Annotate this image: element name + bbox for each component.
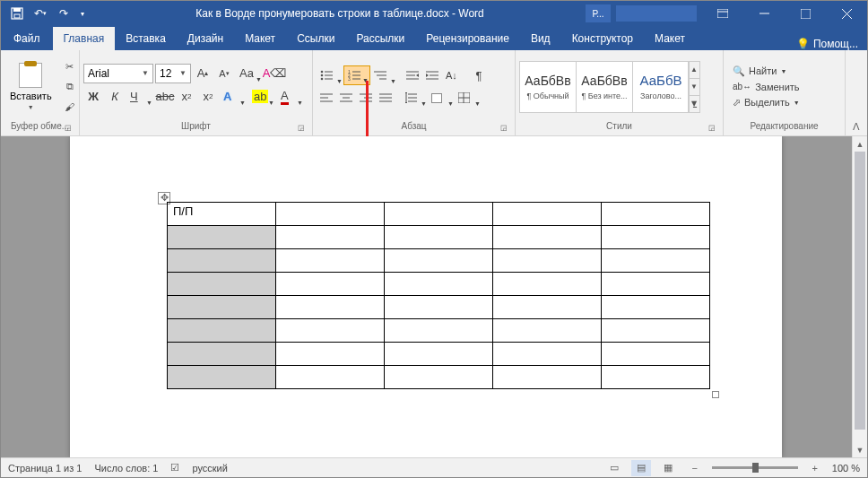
table-cell-selected[interactable] — [168, 366, 276, 389]
table-cell[interactable] — [385, 343, 493, 366]
scroll-down-button[interactable]: ▼ — [853, 442, 867, 457]
table-cell-selected[interactable] — [168, 296, 276, 319]
page-number-status[interactable]: Страница 1 из 1 — [8, 463, 82, 474]
bold-button[interactable]: Ж — [83, 87, 103, 107]
clear-formatting-button[interactable]: A⌫ — [265, 64, 284, 83]
shading-button[interactable]: ▼ — [428, 88, 455, 108]
table-cell[interactable] — [602, 319, 710, 343]
font-size-combo[interactable]: 12▼ — [155, 64, 191, 83]
paragraph-dialog-launcher[interactable]: ◲ — [499, 124, 509, 135]
redo-button[interactable]: ↷ — [53, 3, 74, 24]
table-cell[interactable] — [276, 226, 385, 249]
zoom-in-button[interactable]: + — [805, 460, 825, 476]
spellcheck-icon[interactable]: ☑ — [170, 462, 179, 474]
table-cell[interactable] — [276, 343, 385, 366]
document-table[interactable]: П/П — [167, 202, 710, 389]
bullets-button[interactable]: ▼ — [317, 65, 343, 85]
scroll-up-button[interactable]: ▲ — [853, 136, 867, 152]
table-cell[interactable] — [493, 273, 602, 296]
tab-table-layout[interactable]: Макет — [644, 27, 696, 50]
zoom-level[interactable]: 100 % — [832, 463, 860, 474]
multilevel-list-button[interactable]: ▼ — [370, 65, 397, 85]
increase-indent-button[interactable] — [422, 65, 442, 85]
table-cell[interactable] — [493, 319, 602, 343]
table-cell[interactable] — [385, 319, 493, 343]
table-cell[interactable] — [493, 203, 602, 226]
page[interactable]: ✥ П/П — [70, 136, 782, 457]
style-heading1[interactable]: АаБбВЗаголово... — [632, 61, 690, 113]
table-cell-selected[interactable] — [168, 226, 276, 249]
sort-button[interactable]: A↓ — [442, 65, 469, 85]
table-cell[interactable] — [602, 249, 710, 273]
table-cell[interactable] — [276, 249, 385, 273]
tab-insert[interactable]: Вставка — [115, 27, 177, 50]
decrease-indent-button[interactable] — [403, 65, 422, 85]
ribbon-display-options[interactable] — [702, 1, 743, 26]
find-button[interactable]: 🔍Найти▼ — [731, 65, 802, 78]
justify-button[interactable] — [376, 88, 395, 108]
tab-design[interactable]: Дизайн — [177, 27, 234, 50]
borders-button[interactable]: ▼ — [455, 88, 482, 108]
table-header-cell[interactable]: П/П — [168, 203, 276, 226]
select-button[interactable]: ⬀Выделить▼ — [731, 96, 802, 109]
web-layout-button[interactable]: ▦ — [658, 460, 678, 476]
styles-expand[interactable]: ▼̲ — [689, 96, 699, 112]
line-spacing-button[interactable]: ▼ — [401, 88, 428, 108]
table-cell[interactable] — [385, 273, 493, 296]
account-badge[interactable]: Р... — [586, 4, 611, 22]
scroll-thumb[interactable] — [855, 152, 865, 430]
table-cell[interactable] — [493, 366, 602, 389]
italic-button[interactable]: К — [105, 87, 125, 107]
vertical-scrollbar[interactable]: ▲ ▼ — [852, 136, 867, 457]
table-cell[interactable] — [276, 366, 385, 389]
font-dialog-launcher[interactable]: ◲ — [296, 124, 307, 135]
font-color-button[interactable]: A▼ — [277, 87, 304, 107]
align-left-button[interactable] — [317, 88, 336, 108]
grow-font-button[interactable]: A▴ — [193, 64, 213, 83]
shrink-font-button[interactable]: A▾ — [214, 64, 234, 83]
table-cell[interactable] — [602, 343, 710, 366]
table-cell-selected[interactable] — [168, 319, 276, 343]
cut-button[interactable]: ✂ — [61, 58, 79, 76]
tab-home[interactable]: Главная — [53, 27, 116, 50]
table-cell[interactable] — [602, 226, 710, 249]
superscript-button[interactable]: x2 — [198, 87, 218, 107]
clipboard-dialog-launcher[interactable]: ◲ — [63, 124, 74, 135]
styles-scroll-up[interactable]: ▲ — [689, 62, 699, 79]
table-cell-selected[interactable] — [168, 249, 276, 273]
maximize-button[interactable] — [785, 1, 826, 26]
table-cell[interactable] — [276, 273, 385, 296]
save-button[interactable] — [6, 3, 28, 24]
style-no-spacing[interactable]: АаБбВв¶ Без инте... — [576, 61, 633, 113]
collapse-ribbon-button[interactable]: ᐱ — [846, 50, 867, 135]
qat-customize[interactable]: ▾ — [76, 3, 89, 24]
tab-table-design[interactable]: Конструктор — [561, 27, 644, 50]
table-resize-handle[interactable] — [712, 391, 719, 398]
show-marks-button[interactable]: ¶ — [469, 65, 489, 85]
tab-file[interactable]: Файл — [1, 27, 53, 50]
table-cell[interactable] — [602, 203, 710, 226]
zoom-slider[interactable] — [712, 466, 798, 469]
tell-me[interactable]: 💡Помощ... — [796, 38, 867, 50]
table-cell[interactable] — [493, 296, 602, 319]
tab-layout[interactable]: Макет — [234, 27, 286, 50]
table-cell[interactable] — [602, 296, 710, 319]
tab-mailings[interactable]: Рассылки — [345, 27, 415, 50]
underline-button[interactable]: Ч▼ — [126, 87, 153, 107]
table-cell[interactable] — [276, 203, 385, 226]
minimize-button[interactable] — [743, 1, 785, 26]
table-cell[interactable] — [493, 226, 602, 249]
language-status[interactable]: русский — [192, 463, 227, 474]
table-cell[interactable] — [602, 366, 710, 389]
table-cell[interactable] — [602, 273, 710, 296]
account-name[interactable] — [616, 5, 697, 22]
copy-button[interactable]: ⧉ — [61, 78, 79, 96]
strikethrough-button[interactable]: abc — [155, 87, 175, 107]
table-cell[interactable] — [276, 296, 385, 319]
tab-references[interactable]: Ссылки — [286, 27, 345, 50]
zoom-slider-thumb[interactable] — [752, 463, 759, 473]
table-cell[interactable] — [385, 203, 493, 226]
table-cell[interactable] — [276, 319, 385, 343]
replace-button[interactable]: ab↔Заменить — [731, 81, 802, 93]
table-cell[interactable] — [385, 249, 493, 273]
